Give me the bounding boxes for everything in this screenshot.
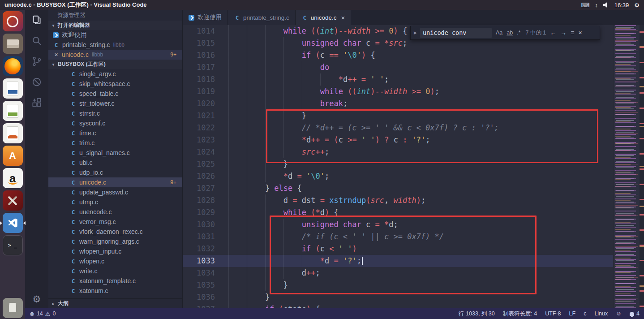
encoding[interactable]: UTF-8: [545, 310, 561, 318]
next-match-icon[interactable]: →: [560, 29, 567, 36]
file-verror_msg.c[interactable]: Cverror_msg.c: [48, 217, 182, 227]
welcome-icon: [189, 15, 194, 21]
file-trim.c[interactable]: Ctrim.c: [48, 138, 182, 148]
problems-indicator[interactable]: ⊗ 14 ⚠ 0: [30, 310, 56, 317]
find-in-selection-icon[interactable]: ≡: [571, 29, 574, 36]
outline-header[interactable]: ▸ 大纲: [48, 298, 182, 308]
code-line-1026[interactable]: 1026*d = '\0';: [183, 170, 644, 182]
tab-欢迎使用[interactable]: 欢迎使用: [183, 10, 228, 25]
whole-word-icon[interactable]: ab: [507, 30, 513, 36]
keyboard-icon[interactable]: ⌨: [581, 2, 590, 9]
file-update_passwd.c[interactable]: Cupdate_passwd.c: [48, 187, 182, 197]
launcher-tools-icon[interactable]: [3, 190, 23, 211]
file-unicode.c[interactable]: Cunicode.c9+: [48, 177, 182, 187]
file-utmp.c[interactable]: Cutmp.c: [48, 197, 182, 207]
launcher-dash-icon[interactable]: [3, 11, 23, 31]
file-udp_io.c[interactable]: Cudp_io.c: [48, 168, 182, 177]
session-gear-icon[interactable]: ⚙: [634, 2, 640, 9]
launcher-amazon-icon[interactable]: [3, 168, 23, 188]
launcher-impress-icon[interactable]: [3, 123, 23, 143]
file-label: wfopen_input.c: [79, 248, 121, 255]
file-vfork_daemon_rexec.c[interactable]: Cvfork_daemon_rexec.c: [48, 227, 182, 237]
file-warn_ignoring_args.c[interactable]: Cwarn_ignoring_args.c: [48, 237, 182, 246]
open-editor-printable_string.c[interactable]: Cprintable_string.clibbb: [48, 40, 182, 50]
tab-close-icon[interactable]: ×: [341, 14, 345, 22]
workspace-label: BUSYBOX (工作区): [58, 60, 106, 68]
file-label: utmp.c: [79, 198, 98, 206]
file-sysconf.c[interactable]: Csysconf.c: [48, 118, 182, 128]
eol[interactable]: LF: [569, 310, 576, 318]
previous-match-icon[interactable]: ←: [550, 29, 556, 36]
launcher-writer-icon[interactable]: [3, 78, 23, 99]
launcher-vscode-icon[interactable]: [3, 213, 23, 233]
file-wfopen_input.c[interactable]: Cwfopen_input.c: [48, 246, 182, 256]
file-speed_table.c[interactable]: Cspeed_table.c: [48, 89, 182, 99]
launcher-trash-icon[interactable]: [3, 298, 23, 318]
c-file-icon: C: [53, 42, 60, 48]
feedback-smiley-icon[interactable]: ☺: [616, 310, 622, 317]
workspace-header[interactable]: ▾ BUSYBOX (工作区): [48, 60, 182, 69]
settings-gear-icon[interactable]: ⚙: [25, 294, 48, 305]
tab-printable_string.c[interactable]: Cprintable_string.c: [228, 10, 296, 25]
input-switch-icon[interactable]: ↕: [595, 2, 598, 9]
code-line-1037[interactable]: 1037if (stats) {: [183, 303, 644, 308]
find-input[interactable]: [420, 28, 492, 38]
open-editor-unicode.c[interactable]: ×unicode.clibbb9+: [48, 50, 182, 60]
file-time.c[interactable]: Ctime.c: [48, 128, 182, 138]
warning-icon: ⚠: [45, 310, 51, 317]
debug-icon[interactable]: [25, 72, 48, 92]
file-skip_whitespace.c[interactable]: Cskip_whitespace.c: [48, 79, 182, 89]
os-name[interactable]: Linux: [594, 310, 608, 318]
open-editor-label: printable_string.c: [62, 41, 110, 48]
language-mode[interactable]: c: [584, 310, 586, 318]
close-icon[interactable]: ×: [53, 51, 60, 58]
code-line-1019[interactable]: 1019while ((int)--width >= 0);: [183, 86, 644, 98]
launcher-firefox-icon[interactable]: [3, 56, 23, 76]
file-write.c[interactable]: Cwrite.c: [48, 266, 182, 276]
line-number: 1031: [183, 231, 228, 243]
file-ubi.c[interactable]: Cubi.c: [48, 158, 182, 168]
code-line-1028[interactable]: 1028d = dst = xstrndup(src, width);: [183, 194, 644, 207]
volume-icon[interactable]: [603, 2, 609, 8]
indent-guides: [228, 37, 302, 49]
launcher-software-icon[interactable]: [3, 146, 23, 166]
extensions-icon[interactable]: [25, 92, 48, 113]
tab-unicode.c[interactable]: Cunicode.c×: [296, 10, 352, 25]
file-label: speed_table.c: [79, 90, 118, 97]
toggle-replace-icon[interactable]: ▶: [414, 30, 417, 35]
tab-size[interactable]: 制表符长度: 4: [503, 310, 537, 318]
open-editors-header[interactable]: ▾ 打开的编辑器: [48, 21, 182, 30]
file-xatonum_template.c[interactable]: Cxatonum_template.c: [48, 276, 182, 286]
notifications-bell[interactable]: 4: [630, 310, 640, 317]
launcher-files-icon[interactable]: [3, 34, 23, 54]
file-wfopen.c[interactable]: Cwfopen.c: [48, 256, 182, 266]
match-case-icon[interactable]: Aa: [496, 30, 502, 36]
explorer-icon[interactable]: [25, 10, 48, 30]
clock[interactable]: 16:39: [614, 2, 629, 9]
line-number: 1027: [183, 182, 228, 194]
open-editor-label: 欢迎使用: [62, 31, 87, 39]
code-line-1020[interactable]: 1020break;: [183, 98, 644, 110]
file-strrstr.c[interactable]: Cstrrstr.c: [48, 108, 182, 118]
open-editors-label: 打开的编辑器: [58, 22, 90, 29]
regex-icon[interactable]: .*: [517, 30, 520, 36]
open-editor-欢迎使用[interactable]: 欢迎使用: [48, 30, 182, 40]
launcher-terminal-icon[interactable]: [3, 235, 23, 255]
search-icon[interactable]: [25, 30, 48, 51]
code-line-1016[interactable]: 1016if (c == '\0') {: [183, 49, 644, 61]
file-xatonum.c[interactable]: Cxatonum.c: [48, 286, 182, 296]
code-line-1027[interactable]: 1027} else {: [183, 182, 644, 194]
cursor-position[interactable]: 行 1033, 列 30: [459, 310, 495, 318]
file-u_signal_names.c[interactable]: Cu_signal_names.c: [48, 148, 182, 158]
close-find-icon[interactable]: ×: [579, 29, 582, 36]
chevron-down-icon: ▾: [51, 62, 56, 67]
launcher-calc-icon[interactable]: [3, 101, 23, 121]
source-control-icon[interactable]: [25, 51, 48, 72]
minimap[interactable]: [613, 25, 640, 308]
file-single_argv.c[interactable]: Csingle_argv.c: [48, 69, 182, 79]
code-line-1018[interactable]: 1018*d++ = ' ';: [183, 73, 644, 86]
code-line-1017[interactable]: 1017do: [183, 61, 644, 73]
line-number: 1033: [183, 255, 228, 267]
file-str_tolower.c[interactable]: Cstr_tolower.c: [48, 99, 182, 108]
file-uuencode.c[interactable]: Cuuencode.c: [48, 207, 182, 217]
